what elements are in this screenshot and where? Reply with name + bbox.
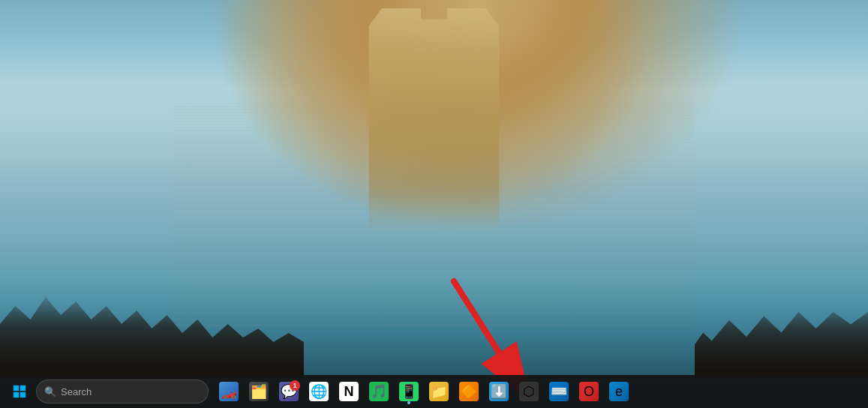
taskbar-icon-files2[interactable]: 📁 bbox=[425, 377, 453, 406]
teams-badge: 1 bbox=[290, 380, 300, 391]
trees-left bbox=[0, 288, 304, 378]
taskbar-icon-edge[interactable]: e bbox=[605, 377, 633, 406]
svg-line-1 bbox=[454, 281, 499, 352]
taskbar-icon-whatsapp[interactable]: 📱 bbox=[395, 377, 423, 406]
opera-icon: O bbox=[579, 382, 599, 401]
spotify-icon: 🎵 bbox=[369, 382, 389, 401]
torrent-icon: ⬇️ bbox=[489, 382, 509, 401]
taskbar-icon-sonic[interactable]: 🏎️ bbox=[215, 377, 243, 406]
search-icon: 🔍 bbox=[44, 386, 56, 398]
desktop: 🔍 Search 🏎️🗂️💬1🌐N🎵📱📁🔶⬇️⬡⌨️Oe bbox=[0, 0, 868, 408]
windows-logo-icon bbox=[13, 385, 26, 398]
search-label: Search bbox=[61, 386, 92, 398]
edge-icon: e bbox=[609, 382, 629, 401]
vlc-icon: 🔶 bbox=[459, 382, 479, 401]
svg-rect-2 bbox=[14, 386, 19, 391]
files2-icon: 📁 bbox=[429, 382, 449, 401]
taskbar-icon-notion[interactable]: N bbox=[335, 377, 363, 406]
taskbar-icons: 🏎️🗂️💬1🌐N🎵📱📁🔶⬇️⬡⌨️Oe bbox=[215, 377, 862, 406]
vscode-icon: ⌨️ bbox=[549, 382, 569, 401]
unity-icon: ⬡ bbox=[519, 382, 539, 401]
whatsapp-icon: 📱 bbox=[399, 382, 419, 401]
search-bar[interactable]: 🔍 Search bbox=[36, 380, 209, 404]
sonic-icon: 🏎️ bbox=[219, 382, 239, 401]
start-button[interactable] bbox=[6, 378, 33, 405]
notion-icon: N bbox=[339, 382, 359, 401]
taskbar-icon-vscode[interactable]: ⌨️ bbox=[545, 377, 573, 406]
taskbar-icon-vlc[interactable]: 🔶 bbox=[455, 377, 483, 406]
pointer-arrow bbox=[431, 274, 521, 371]
svg-rect-4 bbox=[14, 392, 19, 398]
chrome-icon: 🌐 bbox=[309, 382, 329, 401]
taskbar-icon-unity[interactable]: ⬡ bbox=[515, 377, 543, 406]
taskbar-icon-opera[interactable]: O bbox=[575, 377, 603, 406]
taskbar-icon-spotify[interactable]: 🎵 bbox=[365, 377, 393, 406]
trees-right bbox=[695, 296, 868, 378]
taskbar-icon-teams[interactable]: 💬1 bbox=[275, 377, 303, 406]
taskbar-icon-files[interactable]: 🗂️ bbox=[245, 377, 273, 406]
taskbar-icon-chrome[interactable]: 🌐 bbox=[305, 377, 333, 406]
files-icon: 🗂️ bbox=[249, 382, 269, 401]
svg-rect-3 bbox=[20, 386, 26, 391]
svg-rect-5 bbox=[20, 392, 26, 398]
taskbar-icon-torrent[interactable]: ⬇️ bbox=[485, 377, 513, 406]
taskbar: 🔍 Search 🏎️🗂️💬1🌐N🎵📱📁🔶⬇️⬡⌨️Oe bbox=[0, 375, 868, 408]
castle-reflection bbox=[304, 8, 564, 232]
